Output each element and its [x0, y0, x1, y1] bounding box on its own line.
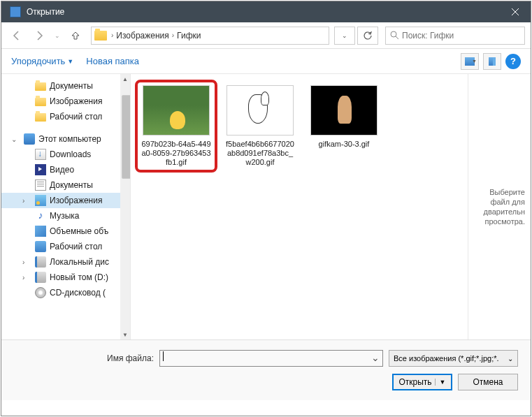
organize-button[interactable]: Упорядочить▼	[11, 56, 73, 66]
tree-item-desktop[interactable]: Рабочий стол	[1, 109, 130, 124]
forward-button[interactable]	[29, 26, 49, 45]
bottom-panel: Имя файла: Все изображения (*.gif;*.jpg;…	[1, 339, 531, 400]
svg-line-1	[396, 36, 398, 39]
command-toolbar: Упорядочить▼ Новая папка ?	[1, 49, 531, 74]
help-button[interactable]: ?	[505, 54, 521, 69]
scroll-thumb[interactable]	[122, 95, 131, 179]
file-list[interactable]: 697b023b-64a5-449a0-8059-27b963453fb1.gi…	[131, 74, 468, 339]
back-button[interactable]	[7, 26, 27, 45]
search-input[interactable]	[402, 31, 520, 41]
open-button[interactable]: Открыть ▼	[392, 374, 452, 390]
file-item[interactable]: 697b023b-64a5-449a0-8059-27b963453fb1.gi…	[138, 82, 215, 170]
view-mode-button[interactable]	[461, 53, 479, 70]
breadcrumb-level2[interactable]: Гифки	[174, 31, 203, 41]
navigation-tree[interactable]: Документы Изображения Рабочий стол ⌄Этот…	[1, 74, 131, 339]
app-icon	[10, 6, 21, 17]
tree-item-images[interactable]: Изображения	[1, 94, 130, 109]
address-bar[interactable]: › Изображения › Гифки	[91, 27, 329, 45]
tree-item-desktop2[interactable]: Рабочий стол	[1, 239, 130, 254]
refresh-button[interactable]	[357, 27, 378, 45]
tree-item-newvolume[interactable]: ›Новый том (D:)	[1, 270, 130, 285]
filename-label: Имя файла:	[14, 353, 154, 363]
preview-pane-button[interactable]	[483, 53, 501, 70]
window-title: Открытие	[27, 7, 499, 17]
chevron-down-icon: ▼	[435, 379, 446, 386]
thumbnail	[227, 85, 294, 136]
file-name: f5baef4b6b6677020ab8d091ef78a3bc_w200.gi…	[224, 140, 296, 167]
file-item[interactable]: f5baef4b6b6677020ab8d091ef78a3bc_w200.gi…	[222, 82, 299, 170]
tree-item-3dobjects[interactable]: Объемные объ	[1, 224, 130, 239]
tree-item-video[interactable]: Видео	[1, 162, 130, 177]
tree-item-documents[interactable]: Документы	[1, 78, 130, 94]
file-name: 697b023b-64a5-449a0-8059-27b963453fb1.gi…	[141, 140, 212, 167]
file-type-filter[interactable]: Все изображения (*.gif;*.jpg;*.⌄	[389, 350, 518, 367]
chevron-down-icon: ⌄	[508, 355, 513, 363]
cancel-button[interactable]: Отмена	[458, 374, 518, 390]
tree-item-cddrive[interactable]: CD-дисковод (	[1, 285, 130, 300]
file-item[interactable]: gifkam-30-3.gif	[305, 82, 382, 170]
preview-placeholder: Выберите файл для дварительн просмотра.	[474, 187, 525, 226]
nav-toolbar: ⌄ › Изображения › Гифки ⌄	[1, 22, 531, 49]
search-icon	[390, 31, 399, 40]
breadcrumb-level1[interactable]: Изображения	[113, 31, 171, 41]
close-button[interactable]	[499, 1, 531, 22]
file-name: gifkam-30-3.gif	[308, 140, 380, 149]
tree-scrollbar[interactable]: ▲ ▼	[120, 74, 130, 339]
thumbnail	[143, 85, 210, 136]
titlebar: Открытие	[1, 1, 531, 22]
tree-item-downloads[interactable]: Downloads	[1, 147, 130, 162]
tree-item-localdisk[interactable]: ›Локальный дис	[1, 254, 130, 270]
tree-item-documents2[interactable]: Документы	[1, 177, 130, 193]
chevron-down-icon: ▼	[67, 58, 73, 65]
filename-input[interactable]	[159, 350, 383, 367]
thumbnail	[310, 85, 378, 136]
new-folder-button[interactable]: Новая папка	[86, 56, 139, 66]
up-button[interactable]	[66, 26, 85, 45]
refresh-dropdown[interactable]: ⌄	[334, 27, 355, 45]
svg-point-0	[391, 31, 396, 37]
preview-pane: Выберите файл для дварительн просмотра.	[468, 74, 531, 339]
tree-item-music[interactable]: ♪Музыка	[1, 208, 130, 224]
tree-item-thispc[interactable]: ⌄Этот компьютер	[1, 131, 130, 147]
recent-dropdown[interactable]: ⌄	[52, 26, 63, 45]
scroll-down-icon[interactable]: ▼	[120, 330, 130, 339]
file-open-dialog: Открытие ⌄ › Изображения › Гифки ⌄	[1, 1, 531, 416]
tree-item-images2[interactable]: ›Изображения	[1, 193, 130, 208]
search-box[interactable]	[385, 27, 525, 45]
dialog-body: Документы Изображения Рабочий стол ⌄Этот…	[1, 74, 531, 339]
folder-icon	[94, 31, 107, 41]
scroll-up-icon[interactable]: ▲	[120, 74, 130, 84]
